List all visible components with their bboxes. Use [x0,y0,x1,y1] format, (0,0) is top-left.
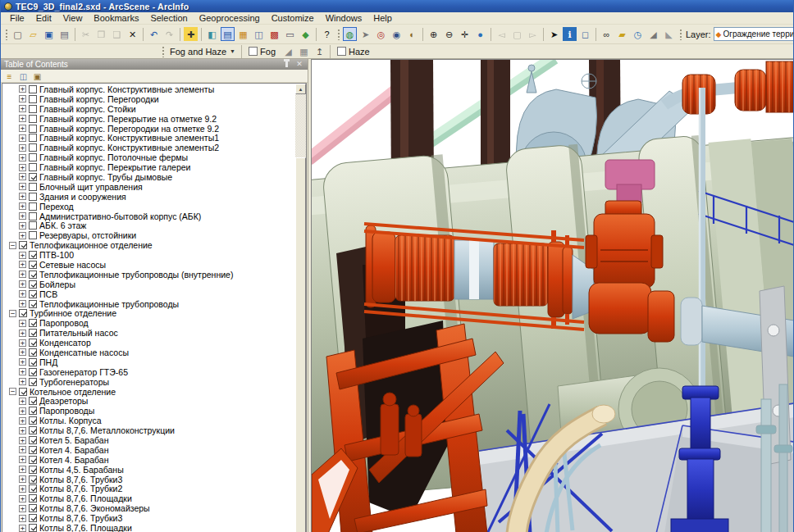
expand-icon[interactable]: + [19,290,26,298]
find-icon[interactable]: ∞ [600,27,614,41]
toc-layer-row[interactable]: +Главный корпус. Трубы дымовые [2,172,295,182]
expand-icon[interactable]: + [19,427,26,434]
toc-layer-row[interactable]: +Здания и сооружения [2,192,295,202]
layer-visibility-checkbox[interactable] [29,358,37,366]
toc-layer-row[interactable]: +Котлы 8,7,6. Трубки3 [2,513,295,523]
layer-visibility-checkbox[interactable] [29,446,37,454]
toc-layer-row[interactable]: +Административно-бытовой корпус (АБК) [2,211,295,221]
layer-visibility-checkbox[interactable] [29,95,37,103]
close-panel-icon[interactable]: ✕ [294,60,304,69]
layer-visibility-checkbox[interactable] [29,290,37,298]
layer-visibility-checkbox[interactable] [29,426,37,434]
layer-visibility-checkbox[interactable] [29,85,37,93]
expand-icon[interactable]: + [19,300,26,307]
layer-visibility-checkbox[interactable] [29,183,37,191]
fog-and-haze-dropdown[interactable]: Fog and Haze ▼ [167,45,239,57]
expand-icon[interactable]: + [19,222,26,230]
toolbar-grip[interactable] [4,28,8,40]
scrollbar-thumb[interactable] [295,157,306,532]
toolbar-grip[interactable] [678,28,682,40]
toolbar-grip[interactable] [336,28,340,40]
toc-layer-row[interactable]: +Главный корпус. Перекрытие галереи [2,162,295,172]
layer-visibility-checkbox[interactable] [29,319,37,327]
toc-layer-row[interactable]: +Турбогенераторы [2,377,295,387]
html-popup-icon[interactable]: ◻ [578,27,592,41]
expand-icon[interactable]: + [19,330,26,337]
fog-grid-icon[interactable]: ▦ [297,44,311,58]
collapse-icon[interactable]: − [9,242,16,249]
layer-visibility-checkbox[interactable] [29,251,37,259]
toc-layer-row[interactable]: +Бойлеры [2,280,295,289]
navigate-tool-icon[interactable]: ◍ [343,27,357,41]
toc-layer-row[interactable]: +Питательный насос [2,328,295,338]
layer-visibility-checkbox[interactable] [29,212,37,221]
scene-svg[interactable] [312,60,793,532]
toc-layer-row[interactable]: +Переход [2,202,295,211]
layer-visibility-checkbox[interactable] [29,329,37,337]
expand-icon[interactable]: + [19,466,26,473]
list-by-drawing-order-button[interactable]: ≡ [3,70,16,82]
fly-tool-icon[interactable]: ➤ [358,27,372,41]
time-slider-icon[interactable]: ◷ [631,27,645,41]
save-icon[interactable]: ▣ [42,27,56,41]
menu-customize[interactable]: Customize [266,12,320,24]
toc-layer-row[interactable]: +Резервуары, отстойники [2,230,295,240]
expand-icon[interactable]: + [19,339,26,347]
layer-visibility-checkbox[interactable] [29,271,37,279]
expand-icon[interactable]: + [19,368,26,375]
menu-help[interactable]: Help [367,12,398,24]
delete-icon[interactable]: ✕ [125,27,139,41]
expand-icon[interactable]: + [19,202,26,210]
layer-visibility-checkbox[interactable] [29,456,37,464]
layer-visibility-checkbox[interactable] [29,475,37,484]
toc-header[interactable]: Table of Contents ✕ [1,59,308,70]
toc-layer-row[interactable]: +ПСВ [2,289,295,299]
set-observer-icon[interactable]: ◐ [405,27,419,41]
expand-icon[interactable]: + [19,154,26,161]
layer-visibility-checkbox[interactable] [29,504,37,512]
fog-elevation-icon[interactable]: ↥ [313,44,326,58]
expand-icon[interactable]: + [19,398,26,405]
identify-icon[interactable]: ℹ [563,27,577,41]
expand-icon[interactable]: + [19,378,26,385]
toc-layer-row[interactable]: +Паропроводы [2,406,295,416]
toc-layer-row[interactable]: −Котельное отделение [2,387,295,397]
toc-layer-row[interactable]: +Котлы 4,5. Барабаны [2,465,295,475]
toc-layer-row[interactable]: +Главный корпус. Перекрытие на отметке 9… [2,114,295,124]
list-by-visibility-button[interactable]: ▣ [31,70,43,82]
expand-icon[interactable]: + [19,485,26,493]
toc-layer-row[interactable]: +ПНД [2,357,295,367]
layer-visibility-checkbox[interactable] [29,143,37,152]
expand-icon[interactable]: + [19,280,26,288]
expand-icon[interactable]: + [19,144,26,152]
menu-selection[interactable]: Selection [144,12,193,24]
layer-visibility-checkbox[interactable] [29,153,37,161]
expand-icon[interactable]: + [19,348,26,356]
auto-hide-pin-icon[interactable] [285,61,288,67]
select-features-icon[interactable]: ➤ [547,27,561,41]
layer-visibility-checkbox[interactable] [29,105,37,113]
expand-icon[interactable]: + [19,105,26,112]
layer-visibility-checkbox[interactable] [19,388,27,396]
expand-icon[interactable]: + [19,85,26,93]
toc-layer-row[interactable]: +Котлы 8,7,6. Трубки2 [2,484,295,494]
menu-bookmarks[interactable]: Bookmarks [88,12,144,24]
layer-visibility-checkbox[interactable] [29,163,37,171]
expand-icon[interactable]: + [19,115,26,122]
expand-icon[interactable]: + [19,193,26,200]
expand-icon[interactable]: + [19,134,26,142]
menu-windows[interactable]: Windows [320,12,368,24]
layer-visibility-checkbox[interactable] [19,309,27,317]
undo-icon[interactable]: ↶ [147,27,161,41]
layer-visibility-checkbox[interactable] [29,231,37,239]
fog-gradient-icon[interactable]: ◢ [281,44,295,58]
toc-layer-row[interactable]: +Паропровод [2,318,295,328]
collapse-icon[interactable]: − [9,388,16,395]
layer-visibility-checkbox[interactable] [29,514,37,522]
menu-file[interactable]: File [4,12,30,24]
toolbar-grip[interactable] [161,45,165,57]
toc-layer-row[interactable]: +Главный корпус. Потолочные фермы [2,152,295,162]
layer-visibility-checkbox[interactable] [29,378,37,386]
menu-geoprocessing[interactable]: Geoprocessing [194,12,266,24]
expand-icon[interactable]: + [19,261,26,268]
